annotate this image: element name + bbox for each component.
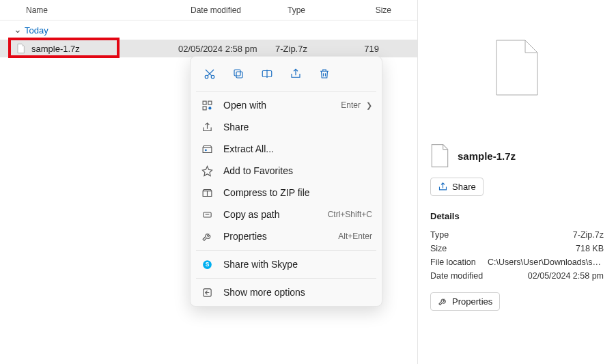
menu-label: Add to Favorites bbox=[223, 165, 372, 176]
share-label: Share bbox=[452, 182, 476, 192]
svg-rect-6 bbox=[208, 101, 211, 104]
menu-more-options[interactable]: Show more options bbox=[191, 281, 382, 303]
wrench-icon bbox=[200, 229, 214, 243]
detail-type: Type7-Zip.7z bbox=[430, 228, 604, 242]
file-row[interactable]: sample-1.7z 02/05/2024 2:58 pm 7-Zip.7z … bbox=[0, 40, 417, 57]
separator bbox=[196, 91, 376, 92]
menu-accel: Ctrl+Shift+C bbox=[328, 210, 372, 219]
share-icon bbox=[200, 120, 214, 134]
menu-label: Show more options bbox=[223, 287, 372, 298]
group-today[interactable]: Today bbox=[0, 20, 417, 40]
copy-icon[interactable] bbox=[226, 64, 251, 84]
svg-rect-5 bbox=[203, 101, 206, 104]
file-name: sample-1.7z bbox=[31, 44, 178, 54]
separator bbox=[196, 250, 376, 251]
share-icon[interactable] bbox=[283, 64, 308, 84]
svg-point-1 bbox=[211, 75, 214, 79]
menu-extract-all[interactable]: Extract All... bbox=[191, 138, 382, 160]
svg-rect-2 bbox=[236, 72, 242, 78]
menu-copy-path[interactable]: Copy as path Ctrl+Shift+C bbox=[191, 204, 382, 225]
file-date: 02/05/2024 2:58 pm bbox=[178, 44, 275, 54]
col-size[interactable]: Size bbox=[364, 5, 391, 15]
col-name[interactable]: Name bbox=[26, 5, 191, 15]
menu-share[interactable]: Share bbox=[191, 116, 382, 138]
separator bbox=[196, 278, 376, 279]
file-title-row: sample-1.7z bbox=[430, 143, 604, 168]
file-list-pane: Name Date modified Type Size Today sampl… bbox=[0, 0, 418, 364]
file-title: sample-1.7z bbox=[458, 150, 516, 162]
menu-add-favorites[interactable]: Add to Favorites bbox=[191, 160, 382, 182]
wrench-icon bbox=[438, 296, 448, 307]
extract-icon bbox=[200, 142, 214, 156]
details-heading: Details bbox=[430, 211, 604, 221]
col-date[interactable]: Date modified bbox=[191, 5, 288, 15]
menu-label: Open with bbox=[223, 100, 341, 111]
svg-point-8 bbox=[208, 107, 211, 109]
details-pane: sample-1.7z Share Details Type7-Zip.7z S… bbox=[418, 0, 616, 364]
properties-button[interactable]: Properties bbox=[430, 292, 500, 311]
context-toolbar bbox=[191, 59, 382, 88]
share-button[interactable]: Share bbox=[430, 178, 484, 196]
star-icon bbox=[200, 164, 214, 178]
zip-icon bbox=[200, 186, 214, 199]
column-headers: Name Date modified Type Size bbox=[0, 0, 417, 20]
chevron-right-icon: ❯ bbox=[366, 101, 372, 110]
detail-location: File locationC:\Users\User\Downloads\sa.… bbox=[430, 255, 604, 269]
svg-text:S: S bbox=[205, 261, 209, 268]
svg-point-9 bbox=[204, 149, 206, 151]
detail-size: Size718 KB bbox=[430, 242, 604, 255]
file-type: 7-Zip.7z bbox=[275, 44, 352, 54]
svg-rect-3 bbox=[234, 70, 240, 76]
menu-accel: Alt+Enter bbox=[338, 232, 372, 241]
cut-icon[interactable] bbox=[197, 64, 222, 84]
menu-compress-zip[interactable]: Compress to ZIP file bbox=[191, 182, 382, 204]
file-icon bbox=[15, 43, 26, 54]
delete-icon[interactable] bbox=[312, 64, 337, 84]
properties-label: Properties bbox=[452, 296, 492, 307]
svg-point-0 bbox=[205, 75, 208, 79]
menu-open-with[interactable]: Open with Enter ❯ bbox=[191, 94, 382, 116]
menu-label: Extract All... bbox=[223, 143, 372, 154]
copy-path-icon bbox=[200, 208, 214, 221]
menu-properties[interactable]: Properties Alt+Enter bbox=[191, 225, 382, 247]
menu-label: Copy as path bbox=[223, 209, 328, 220]
file-thumbnail bbox=[496, 40, 538, 96]
file-icon bbox=[430, 143, 449, 168]
detail-modified: Date modified02/05/2024 2:58 pm bbox=[430, 269, 604, 283]
menu-label: Share bbox=[223, 122, 372, 132]
file-size: 719 bbox=[352, 44, 379, 54]
menu-share-skype[interactable]: S Share with Skype bbox=[191, 253, 382, 275]
menu-accel: Enter bbox=[341, 100, 361, 110]
rename-icon[interactable] bbox=[255, 64, 279, 84]
col-type[interactable]: Type bbox=[288, 5, 364, 15]
context-menu: Open with Enter ❯ Share Extract All... A… bbox=[190, 56, 382, 307]
menu-label: Properties bbox=[223, 231, 338, 242]
svg-rect-7 bbox=[203, 106, 206, 109]
more-icon bbox=[200, 285, 214, 299]
share-icon bbox=[438, 182, 448, 192]
svg-rect-10 bbox=[203, 212, 210, 216]
menu-label: Compress to ZIP file bbox=[223, 187, 372, 198]
skype-icon: S bbox=[200, 257, 214, 271]
open-with-icon bbox=[200, 98, 214, 112]
menu-label: Share with Skype bbox=[223, 259, 372, 270]
